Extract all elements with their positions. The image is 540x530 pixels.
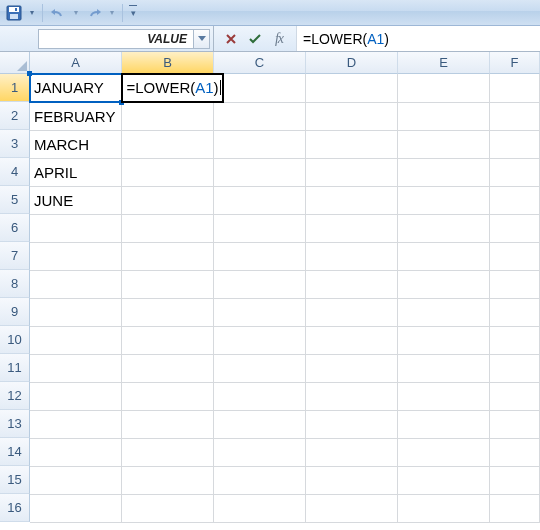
save-button[interactable] [4, 3, 24, 23]
cell-A15[interactable] [30, 466, 122, 494]
cell-C2[interactable] [214, 102, 306, 130]
cell-B11[interactable] [122, 354, 214, 382]
cell-C8[interactable] [214, 270, 306, 298]
cell-C14[interactable] [214, 438, 306, 466]
cell-F4[interactable] [489, 158, 539, 186]
name-box-dropdown[interactable] [194, 29, 210, 49]
column-header-C[interactable]: C [214, 52, 306, 74]
cell-F13[interactable] [489, 410, 539, 438]
cell-E5[interactable] [398, 186, 490, 214]
cell-E15[interactable] [398, 466, 490, 494]
cell-F14[interactable] [489, 438, 539, 466]
cell-E14[interactable] [398, 438, 490, 466]
cell-C4[interactable] [214, 158, 306, 186]
cell-C13[interactable] [214, 410, 306, 438]
cell-A9[interactable] [30, 298, 122, 326]
column-header-D[interactable]: D [306, 52, 398, 74]
cell-B5[interactable] [122, 186, 214, 214]
cell-A12[interactable] [30, 382, 122, 410]
cell-E11[interactable] [398, 354, 490, 382]
cell-D4[interactable] [306, 158, 398, 186]
cell-F5[interactable] [489, 186, 539, 214]
row-header-11[interactable]: 11 [0, 354, 30, 382]
redo-button[interactable] [84, 3, 104, 23]
cell-D7[interactable] [306, 242, 398, 270]
cell-D8[interactable] [306, 270, 398, 298]
cell-B2[interactable] [122, 102, 214, 130]
cell-E10[interactable] [398, 326, 490, 354]
cell-C11[interactable] [214, 354, 306, 382]
cell-C10[interactable] [214, 326, 306, 354]
cell-B4[interactable] [122, 158, 214, 186]
column-header-A[interactable]: A [30, 52, 122, 74]
cell-D1[interactable] [306, 74, 398, 102]
enter-button[interactable] [244, 29, 266, 49]
column-header-B[interactable]: B [122, 52, 214, 74]
cell-A13[interactable] [30, 410, 122, 438]
cell-C15[interactable] [214, 466, 306, 494]
cell-A5[interactable]: JUNE [30, 186, 122, 214]
row-header-7[interactable]: 7 [0, 242, 30, 270]
cell-B8[interactable] [122, 270, 214, 298]
cell-A1[interactable]: JANUARY [30, 74, 122, 102]
cell-F7[interactable] [489, 242, 539, 270]
row-header-12[interactable]: 12 [0, 382, 30, 410]
cell-F16[interactable] [489, 494, 539, 522]
cell-C1[interactable] [214, 74, 306, 102]
undo-button[interactable] [48, 3, 68, 23]
cell-D5[interactable] [306, 186, 398, 214]
row-header-16[interactable]: 16 [0, 494, 30, 522]
column-header-E[interactable]: E [398, 52, 490, 74]
cell-A4[interactable]: APRIL [30, 158, 122, 186]
cell-A3[interactable]: MARCH [30, 130, 122, 158]
cell-D12[interactable] [306, 382, 398, 410]
cell-D6[interactable] [306, 214, 398, 242]
cell-E4[interactable] [398, 158, 490, 186]
formula-bar-input[interactable]: =LOWER(A1) [296, 26, 540, 51]
cell-F3[interactable] [489, 130, 539, 158]
cell-B13[interactable] [122, 410, 214, 438]
row-header-10[interactable]: 10 [0, 326, 30, 354]
cell-F11[interactable] [489, 354, 539, 382]
row-header-5[interactable]: 5 [0, 186, 30, 214]
cell-F9[interactable] [489, 298, 539, 326]
select-all-corner[interactable] [0, 52, 30, 74]
cell-A14[interactable] [30, 438, 122, 466]
cell-C7[interactable] [214, 242, 306, 270]
cell-D15[interactable] [306, 466, 398, 494]
cell-F12[interactable] [489, 382, 539, 410]
cells-grid[interactable]: JANUARY=LOWER(A1)FEBRUARYMARCHAPRILJUNE [30, 74, 540, 523]
cell-E1[interactable] [398, 74, 490, 102]
cell-E6[interactable] [398, 214, 490, 242]
cell-A8[interactable] [30, 270, 122, 298]
cell-A6[interactable] [30, 214, 122, 242]
cell-B10[interactable] [122, 326, 214, 354]
row-header-15[interactable]: 15 [0, 466, 30, 494]
cell-C9[interactable] [214, 298, 306, 326]
cell-F6[interactable] [489, 214, 539, 242]
cell-B6[interactable] [122, 214, 214, 242]
cell-D3[interactable] [306, 130, 398, 158]
cell-B1[interactable]: =LOWER(A1) [122, 74, 214, 102]
row-header-3[interactable]: 3 [0, 130, 30, 158]
cell-E2[interactable] [398, 102, 490, 130]
cell-C5[interactable] [214, 186, 306, 214]
row-header-6[interactable]: 6 [0, 214, 30, 242]
cell-C6[interactable] [214, 214, 306, 242]
cell-B14[interactable] [122, 438, 214, 466]
cell-F10[interactable] [489, 326, 539, 354]
cell-C12[interactable] [214, 382, 306, 410]
cell-A10[interactable] [30, 326, 122, 354]
cell-A7[interactable] [30, 242, 122, 270]
cancel-button[interactable] [220, 29, 242, 49]
cell-E9[interactable] [398, 298, 490, 326]
row-header-1[interactable]: 1 [0, 74, 30, 102]
row-header-14[interactable]: 14 [0, 438, 30, 466]
row-header-4[interactable]: 4 [0, 158, 30, 186]
qat-customize-save[interactable]: ▾ [27, 8, 37, 17]
qat-customize[interactable]: ▾ [128, 8, 138, 18]
column-header-F[interactable]: F [490, 52, 540, 74]
cell-F2[interactable] [489, 102, 539, 130]
cell-B7[interactable] [122, 242, 214, 270]
undo-dropdown[interactable]: ▾ [71, 8, 81, 17]
